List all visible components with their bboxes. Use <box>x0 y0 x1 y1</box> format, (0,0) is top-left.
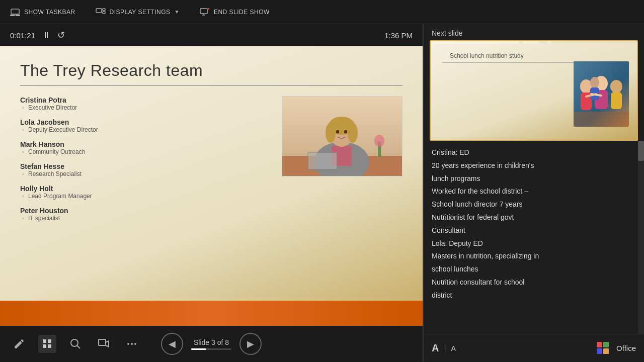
svg-line-32 <box>77 345 80 348</box>
top-toolbar: SHOW TASKBAR ▼ DISPLAY SETTINGS ▼ END SL… <box>0 0 644 24</box>
show-taskbar-label: SHOW TASKBAR <box>24 9 75 16</box>
notes-line: Nutrition consultant for school <box>432 277 628 289</box>
svg-rect-33 <box>99 339 106 345</box>
slide-content: The Trey Research team Cristina Potra Ex… <box>0 46 423 301</box>
member-name: Peter Houston <box>20 207 262 215</box>
right-bottom: A | A Office <box>424 334 644 362</box>
notes-line: 20 years experience in children's <box>432 160 628 172</box>
slide-area: 0:01:21 ⏸ ↺ 1:36 PM The Trey Research te… <box>0 24 423 362</box>
text-smaller-button[interactable]: A <box>451 344 456 352</box>
notes-line: Masters in nutrition, specializing in <box>432 250 628 262</box>
notes-line: lunch programs <box>432 173 628 185</box>
taskbar-icon <box>10 8 20 16</box>
team-member: Mark Hanson Community Outreach <box>20 140 262 155</box>
slide: The Trey Research team Cristina Potra Ex… <box>0 46 423 326</box>
member-name: Holly Holt <box>20 185 262 193</box>
right-panel: Next slide School lunch nutrition study <box>423 24 644 362</box>
team-member: Stefan Hesse Research Specialist <box>20 162 262 177</box>
team-list: Cristina Potra Executive Director Lola J… <box>20 96 262 229</box>
grid-view-button[interactable] <box>38 335 56 353</box>
display-settings-button[interactable]: ▼ DISPLAY SETTINGS ▼ <box>96 8 180 16</box>
slide-progress-fill <box>191 348 206 350</box>
team-member: Holly Holt Lead Program Manager <box>20 185 262 200</box>
text-size-separator: | <box>444 344 446 353</box>
speaker-photo-svg <box>282 97 403 176</box>
notes-line: school lunches <box>432 263 628 276</box>
slide-title: The Trey Research team <box>20 61 403 86</box>
member-role: Deputy Executive Director <box>20 126 262 133</box>
next-slide-group-image <box>574 61 629 127</box>
notes-content: Cristina: ED20 years experience in child… <box>432 147 636 302</box>
notes-scrollbar-thumb[interactable] <box>638 141 644 161</box>
display-settings-label: DISPLAY SETTINGS <box>110 9 171 16</box>
svg-rect-43 <box>611 92 622 109</box>
main-area: 0:01:21 ⏸ ↺ 1:36 PM The Trey Research te… <box>0 24 644 362</box>
next-slide-header: Next slide <box>424 24 644 40</box>
elapsed-time: 0:01:21 <box>10 31 35 40</box>
svg-rect-3 <box>96 9 102 13</box>
svg-rect-0 <box>11 9 19 14</box>
icon-bar <box>10 335 141 353</box>
svg-text:▼: ▼ <box>105 12 106 16</box>
display-settings-icon: ▼ <box>96 8 106 16</box>
svg-point-2 <box>15 15 16 16</box>
prev-slide-button[interactable]: ◀ <box>161 333 183 355</box>
svg-point-34 <box>127 343 129 345</box>
slide-progress <box>191 348 231 350</box>
svg-rect-52 <box>597 348 602 354</box>
office-label: Office <box>616 344 636 352</box>
slide-container: The Trey Research team Cristina Potra Ex… <box>0 46 423 326</box>
svg-rect-7 <box>200 9 207 14</box>
reset-button[interactable]: ↺ <box>57 30 65 41</box>
notes-line: Cristina: ED <box>432 147 628 159</box>
svg-rect-28 <box>48 339 51 343</box>
nav-controls: ◀ Slide 3 of 8 ▶ <box>161 333 262 355</box>
search-button[interactable] <box>66 335 85 353</box>
next-slide-title: School lunch nutrition study <box>442 46 626 63</box>
show-taskbar-button[interactable]: SHOW TASKBAR <box>10 8 75 16</box>
pen-tool-button[interactable] <box>10 335 28 353</box>
speaker-photo <box>282 96 403 176</box>
end-slideshow-icon <box>200 8 210 16</box>
slide-orange-strip <box>0 301 423 326</box>
member-name: Lola Jacobsen <box>20 118 262 126</box>
pause-button[interactable]: ⏸ <box>42 31 50 40</box>
member-role: Community Outreach <box>20 148 262 155</box>
team-section: Cristina Potra Executive Director Lola J… <box>20 96 403 229</box>
svg-point-19 <box>326 123 336 143</box>
member-name: Stefan Hesse <box>20 162 262 170</box>
next-slide-image <box>574 61 629 127</box>
dropdown-arrow: ▼ <box>175 9 180 15</box>
office-logo: Office <box>594 339 636 357</box>
svg-rect-48 <box>574 112 629 127</box>
team-member: Peter Houston IT specialist <box>20 207 262 222</box>
svg-point-31 <box>71 339 78 346</box>
bottom-controls: ◀ Slide 3 of 8 ▶ <box>0 326 423 362</box>
notes-line: Lola: Deputy ED <box>432 238 628 250</box>
team-member: Lola Jacobsen Deputy Executive Director <box>20 118 262 133</box>
next-slide-button[interactable]: ▶ <box>239 333 262 355</box>
svg-point-42 <box>610 80 622 93</box>
svg-rect-24 <box>308 153 337 169</box>
text-larger-button[interactable]: A <box>432 342 439 354</box>
svg-point-22 <box>344 130 347 134</box>
timer-bar: 0:01:21 ⏸ ↺ 1:36 PM <box>0 24 423 46</box>
slide-counter: Slide 3 of 8 <box>191 338 231 346</box>
member-name: Mark Hanson <box>20 140 262 148</box>
svg-point-26 <box>374 135 384 147</box>
more-options-button[interactable] <box>123 335 141 353</box>
member-name: Cristina Potra <box>20 96 262 104</box>
text-size-controls: A | A <box>432 342 456 354</box>
svg-rect-27 <box>43 339 46 343</box>
office-icon <box>594 339 612 357</box>
svg-rect-4 <box>103 9 105 11</box>
svg-rect-53 <box>603 348 609 354</box>
member-role: Lead Program Manager <box>20 193 262 200</box>
next-slide-preview[interactable]: School lunch nutrition study <box>430 40 638 141</box>
notes-scrollbar[interactable] <box>638 141 644 334</box>
zoom-button[interactable] <box>95 335 113 353</box>
end-slideshow-button[interactable]: END SLIDE SHOW <box>200 8 270 16</box>
svg-rect-30 <box>48 344 51 348</box>
notes-line: School lunch director 7 years <box>432 199 628 211</box>
svg-point-20 <box>348 123 358 143</box>
